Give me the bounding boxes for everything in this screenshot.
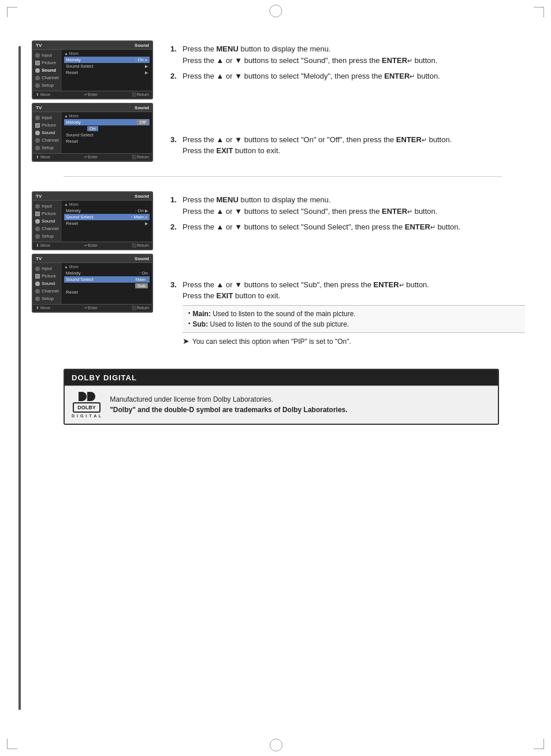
sidebar-input: Input: [33, 51, 62, 59]
ss-s1-sound-icon: [35, 219, 40, 224]
enter-btn-1: ENTER: [382, 56, 407, 65]
screen1-sidebar: Input Picture Sound Channel: [33, 50, 62, 91]
dolby-section: DOLBY DIGITAL DOLBY D I G I T A L Manufa…: [64, 369, 499, 425]
sound-select-tv-screens: TV Sound Input Picture: [32, 191, 153, 313]
ss-screen1-body: Input Picture Sound Channel: [33, 201, 152, 242]
s2-channel-icon: [35, 138, 40, 143]
screen1-body: Input Picture Sound Channel: [33, 50, 152, 91]
picture-icon: [35, 61, 40, 65]
screen2-header: TV Sound: [33, 104, 152, 112]
ss-screen1-reset: Reset ▶: [64, 220, 150, 227]
ss-s2-picture-icon: [35, 274, 40, 279]
ss-screen1-sound-select: Sound Select : Main ▶: [64, 214, 150, 220]
dolby-logo-top: [79, 392, 95, 401]
melody-screen-1: TV Sound Input Picture: [32, 40, 153, 99]
ss-exit-btn: EXIT: [217, 291, 233, 300]
s2-sound-icon: [35, 131, 40, 135]
dolby-body: DOLBY D I G I T A L Manufactured under l…: [65, 386, 498, 424]
setup-icon: [35, 83, 40, 88]
screen1-more: ▲ More: [64, 51, 150, 55]
s2-input-icon: [35, 116, 40, 120]
ss-screen2-menu: ▲ More Melody : On Sound Select Main Sub: [62, 263, 152, 304]
off-value: Off: [137, 120, 148, 125]
ss-screen2-more: ▲ More: [64, 265, 150, 269]
step3-content: Press the ▲ or ▼ buttons to select "On" …: [183, 134, 525, 157]
ss-s1-picture-icon: [35, 212, 40, 216]
note-arrow-icon: ➤: [183, 336, 189, 346]
ss-screen2-header: TV Sound: [33, 255, 152, 263]
ss-screen-1: TV Sound Input Picture: [32, 191, 153, 250]
double-d-symbol: [79, 392, 95, 401]
ss-step-3: 3. Press the ▲ or ▼ buttons to select "S…: [170, 279, 525, 347]
ss-s1-input: Input: [33, 202, 62, 210]
melody-section: TV Sound Input Picture: [32, 35, 525, 168]
left-bar: [18, 46, 21, 710]
ss-s2-picture: Picture: [33, 272, 62, 280]
screen2-reset: Reset: [64, 138, 150, 144]
ss-screen1-more: ▲ More: [64, 202, 150, 206]
sub-info-text: Sub: Used to listen to the sound of the …: [193, 319, 349, 329]
ss-step1-content: Press the MENU button to display the men…: [183, 194, 525, 217]
screen2-melody: Melody Off: [64, 119, 150, 125]
ss-screen1-sidebar: Input Picture Sound Channel: [33, 201, 62, 242]
ss-s2-setup: Setup: [33, 295, 62, 302]
screen2-footer: ⬆ Move ↵Enter ⬛Return: [33, 153, 152, 161]
melody-tv-screens: TV Sound Input Picture: [32, 40, 153, 162]
on-value: On: [87, 126, 98, 131]
screen1-sound-label: Sound: [135, 43, 149, 48]
sound-info-box: • Main: Used to listen to the sound of t…: [183, 305, 525, 333]
s2-picture-icon: [35, 123, 40, 128]
corner-br: [534, 739, 544, 749]
screen2-sidebar: Input Picture Sound Channel: [33, 112, 62, 153]
corner-tr: [534, 7, 544, 17]
d-left: [79, 392, 87, 401]
exit-btn-1: EXIT: [217, 146, 233, 155]
ss-menu-btn: MENU: [217, 195, 239, 204]
dolby-line2: "Dolby" and the double-D symbol are trad…: [110, 405, 347, 415]
screen2-sound-label: Sound: [135, 105, 149, 110]
screen2-menu: ▲ More Melody Off On Sound Select: [62, 112, 152, 153]
step3-num: 3.: [170, 134, 180, 157]
sound-select-instructions: 1. Press the MENU button to display the …: [170, 191, 525, 351]
main-info-text: Main: Used to listen to the sound of the…: [193, 309, 356, 319]
s2-setup-icon: [35, 146, 40, 150]
ss-screen2-melody: Melody : On: [64, 270, 150, 276]
dolby-line1: Manufactured under license from Dolby La…: [110, 394, 347, 405]
ss-s1-setup: Setup: [33, 232, 62, 240]
screen1-footer: ⬆ Move ↵Enter ⬛Return: [33, 91, 152, 98]
step2-num: 2.: [170, 71, 180, 82]
melody-step-3: 3. Press the ▲ or ▼ buttons to select "O…: [170, 134, 525, 157]
ss-screen1-tv: TV: [36, 194, 42, 199]
ss-screen1-menu: ▲ More Melody : On ▶ Sound Select : Main…: [62, 201, 152, 242]
step2-content: Press the ▲ or ▼ buttons to select "Melo…: [183, 71, 525, 82]
input-icon: [35, 53, 40, 58]
dolby-line2-strong: "Dolby" and the double-D symbol are trad…: [110, 406, 347, 414]
dolby-badge: DOLBY: [73, 402, 100, 413]
ss-s2-setup-icon: [35, 297, 40, 301]
s2-sidebar-setup: Setup: [33, 144, 62, 151]
channel-icon: [35, 76, 40, 80]
step1-num: 1.: [170, 43, 180, 66]
dolby-logo: DOLBY D I G I T A L: [72, 392, 102, 418]
ss-enter-icon-3: ↵: [399, 280, 404, 290]
sidebar-channel: Channel: [33, 74, 62, 81]
ss-screen2-sound-select: Sound Select Main: [64, 276, 150, 283]
ss-screen2-sound: Sound: [135, 256, 149, 261]
ss-screen1-footer: ⬆ Move ↵Enter ⬛Return: [33, 242, 152, 249]
s2-sidebar-channel: Channel: [33, 136, 62, 144]
melody-screen-2: TV Sound Input Picture: [32, 103, 153, 162]
s2-sidebar-picture: Picture: [33, 121, 62, 129]
ss-screen-2: TV Sound Input Picture: [32, 254, 153, 313]
screen1-menu: ▲ More Melody : On ▶ Sound Select ▶ Rese…: [62, 50, 152, 91]
main-bullet: •: [188, 309, 191, 317]
corner-bl: [7, 739, 17, 749]
enter-icon-2: ↵: [409, 72, 415, 81]
main-value: Main: [133, 277, 148, 282]
sub-bullet: •: [188, 319, 191, 328]
ss-screen2-reset: Reset: [64, 289, 150, 295]
d-right: [87, 392, 95, 401]
enter-icon-3: ↵: [422, 135, 427, 145]
ss-step1-num: 1.: [170, 194, 180, 217]
screen1-melody: Melody : On ▶: [64, 57, 150, 63]
page-content: TV Sound Input Picture: [0, 0, 551, 459]
